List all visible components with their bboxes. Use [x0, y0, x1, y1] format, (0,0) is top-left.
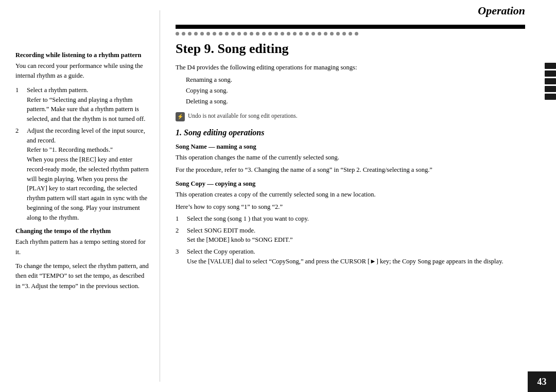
sub-heading-song-name: Song Name — naming a song [176, 143, 525, 151]
page-container: Recording while listening to a rhythm pa… [0, 0, 556, 392]
operation-title: Operation [478, 4, 525, 17]
dot-28 [342, 32, 346, 35]
song-name-block: Song Name — naming a song This operation… [176, 143, 525, 175]
left-body-tempo2: To change the tempo, select the rhythm p… [15, 261, 149, 291]
song-copy-block: Song Copy — copying a song This operatio… [176, 180, 525, 266]
step-title: Step 9. Song editing [176, 41, 525, 57]
stripe-1 [545, 63, 556, 69]
intro-item-rename: Renaming a song. [186, 75, 525, 85]
step-num-1: 1 [15, 85, 23, 95]
section-heading-operations: 1. Song editing operations [176, 128, 525, 138]
dot-14 [256, 32, 259, 35]
song-name-label-part2: naming a song [217, 143, 256, 150]
dot-17 [274, 32, 278, 35]
black-bar [176, 25, 525, 29]
dot-18 [281, 32, 284, 35]
left-step-2: 2 Adjust the recording level of the inpu… [15, 126, 149, 223]
song-name-body1: This operation changes the name of the c… [176, 153, 525, 163]
dot-20 [293, 32, 297, 35]
copy-step-content-1: Select the song (song 1 ) that you want … [187, 214, 525, 224]
dot-29 [349, 32, 352, 35]
copy-step-1: 1 Select the song (song 1 ) that you wan… [176, 214, 525, 224]
dot-12 [244, 32, 247, 35]
copy-step-1-text: Select the song (song 1 ) that you want … [187, 215, 309, 222]
copy-step-3: 3 Select the Copy operation. Use the [VA… [176, 247, 525, 266]
intro-item-copy: Copying a song. [186, 85, 525, 96]
copy-step-content-3: Select the Copy operation. Use the [VALU… [187, 247, 525, 266]
stripe-4 [545, 86, 556, 92]
left-section-tempo: Changing the tempo of the rhythm Each rh… [15, 227, 149, 291]
song-name-dash: — [208, 143, 217, 150]
copy-step-3-detail: Use the [VALUE] dial to select “CopySong… [187, 258, 503, 265]
song-copy-label-part1: Song Copy [176, 180, 205, 187]
dot-22 [305, 32, 309, 35]
dot-16 [268, 32, 272, 35]
step-2-text: Adjust the recording level of the input … [27, 127, 145, 144]
warning-text: Undo is not available for song edit oper… [188, 112, 298, 120]
warning-icon [176, 112, 185, 121]
copy-step-2-text: Select SONG EDIT mode. [187, 227, 255, 234]
dots-row [176, 32, 525, 35]
step-num-2: 2 [15, 126, 23, 136]
warning-row: Undo is not available for song edit oper… [176, 112, 525, 121]
song-copy-body2: Here’s how to copy song “1” to song “2.” [176, 202, 525, 212]
dot-30 [355, 32, 358, 35]
stripe-bar [545, 62, 556, 100]
left-section-rhythm: Recording while listening to a rhythm pa… [15, 51, 149, 222]
step-1-text: Select a rhythm pattern. [27, 86, 88, 94]
dot-13 [250, 32, 253, 35]
left-heading-rhythm: Recording while listening to a rhythm pa… [15, 51, 149, 59]
copy-step-2-detail: Set the [MODE] knob to “SONG EDIT.” [187, 236, 293, 243]
left-column: Recording while listening to a rhythm pa… [0, 0, 160, 392]
page-number-box: 43 [528, 371, 556, 392]
header-operation: Operation [160, 0, 556, 17]
dot-5 [200, 32, 204, 35]
copy-step-2: 2 Select SONG EDIT mode. Set the [MODE] … [176, 226, 525, 245]
stripe-3 [545, 78, 556, 84]
left-step-1: 1 Select a rhythm pattern. Refer to “Sel… [15, 85, 149, 124]
song-name-label-part1: Song Name [176, 143, 207, 150]
left-body-rhythm-intro: You can record your performance while us… [15, 61, 149, 81]
step-content-2: Adjust the recording level of the input … [27, 126, 149, 223]
song-name-body2: For the procedure, refer to “3. Changing… [176, 165, 525, 175]
intro-item-delete: Deleting a song. [186, 96, 525, 107]
dot-24 [318, 32, 321, 35]
dot-1 [176, 32, 179, 35]
copy-step-num-1: 1 [176, 214, 183, 224]
intro-list: Renaming a song. Copying a song. Deletin… [186, 75, 525, 108]
dot-9 [225, 32, 229, 35]
stripe-2 [545, 70, 556, 77]
copy-step-content-2: Select SONG EDIT mode. Set the [MODE] kn… [187, 226, 525, 245]
dot-21 [299, 32, 303, 35]
copy-step-num-3: 3 [176, 247, 183, 257]
step-1-detail: Refer to “Selecting and playing a rhythm… [27, 96, 145, 123]
right-column: Operation [160, 0, 556, 392]
step-2-detail: Refer to "1. Recording methods." When yo… [27, 146, 149, 221]
song-copy-steps: 1 Select the song (song 1 ) that you wan… [176, 214, 525, 266]
intro-text: The D4 provides the following editing op… [176, 63, 525, 73]
left-steps-rhythm: 1 Select a rhythm pattern. Refer to “Sel… [15, 85, 149, 223]
song-copy-body1: This operation creates a copy of the cur… [176, 190, 525, 200]
dot-26 [330, 32, 334, 35]
step-content-1: Select a rhythm pattern. Refer to “Selec… [27, 85, 149, 124]
dot-10 [231, 32, 235, 35]
dot-15 [262, 32, 266, 35]
dot-25 [324, 32, 327, 35]
copy-step-num-2: 2 [176, 226, 183, 236]
stripe-5 [545, 94, 556, 100]
dot-8 [219, 32, 222, 35]
copy-step-3-text: Select the Copy operation. [187, 248, 255, 255]
sub-heading-song-copy: Song Copy — copying a song [176, 180, 525, 188]
page-number: 43 [537, 377, 547, 387]
dot-11 [237, 32, 241, 35]
dot-3 [188, 32, 192, 35]
song-copy-label-part2: copying a song [215, 180, 256, 187]
dot-4 [194, 32, 198, 35]
left-heading-tempo: Changing the tempo of the rhythm [15, 227, 149, 235]
dot-2 [182, 32, 185, 35]
dot-19 [287, 32, 290, 35]
dot-27 [336, 32, 340, 35]
dot-23 [311, 32, 315, 35]
song-copy-dash: — [207, 180, 215, 187]
dot-6 [206, 32, 210, 35]
